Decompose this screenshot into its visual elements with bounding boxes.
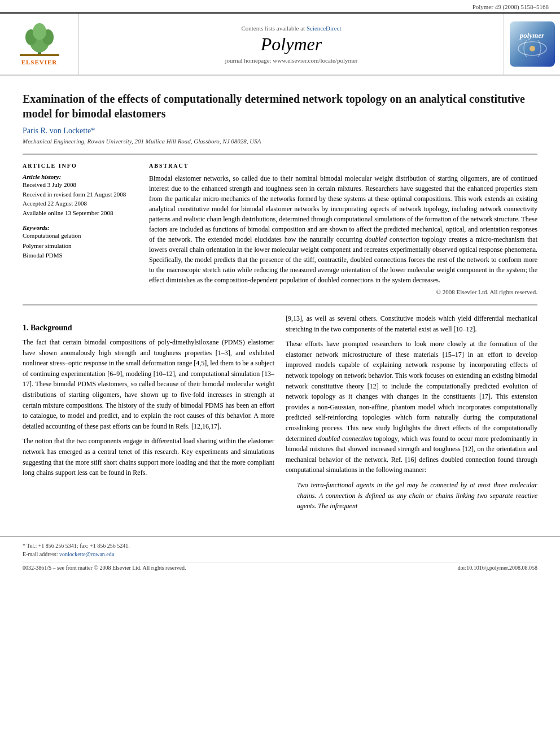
available-date: Available online 13 September 2008 [23, 208, 135, 218]
section1-para2: The notion that the two components engag… [23, 436, 274, 478]
section1-right-para2: These efforts have prompted researchers … [286, 339, 537, 475]
accepted-date: Accepted 22 August 2008 [23, 199, 135, 208]
email-link[interactable]: vonlockette@rowan.edu [59, 551, 115, 557]
section1-heading: 1. Background [23, 324, 274, 333]
footnote: * Tel.: +1 856 256 5341; fax: +1 856 256… [23, 541, 537, 550]
article-body: Examination of the effects of computatio… [0, 76, 560, 527]
polymer-badge-text: polymer [520, 31, 544, 40]
background-left: 1. Background The fact that certain bimo… [23, 313, 274, 516]
title-divider [23, 154, 537, 155]
footer-bottom: 0032-3861/$ – see front matter © 2008 El… [23, 562, 537, 571]
article-info-label: ARTICLE INFO [23, 163, 135, 169]
abstract-divider [23, 304, 537, 305]
journal-name-banner: Polymer [261, 34, 322, 55]
abstract-text: Bimodal elastomer networks, so called du… [149, 173, 537, 285]
abstract-col: ABSTRACT Bimodal elastomer networks, so … [149, 163, 537, 295]
background-section: 1. Background The fact that certain bimo… [23, 313, 537, 516]
abstract-label: ABSTRACT [149, 163, 537, 169]
article-title: Examination of the effects of computatio… [23, 91, 537, 121]
svg-point-4 [33, 23, 46, 40]
footer-doi: doi:10.1016/j.polymer.2008.08.058 [458, 565, 537, 571]
footer-issn: 0032-3861/$ – see front matter © 2008 El… [23, 565, 186, 571]
sciencedirect-line: Contents lists available at ScienceDirec… [241, 25, 341, 32]
journal-header: Polymer 49 (2008) 5158–5168 [0, 0, 560, 14]
author-name: Paris R. von Lockette* [23, 126, 537, 136]
page-footer: * Tel.: +1 856 256 5341; fax: +1 856 256… [0, 536, 560, 575]
article-history-section: Article history: Received 3 July 2008 Re… [23, 173, 135, 217]
polymer-badge-graphic [515, 40, 549, 57]
polymer-badge-area: polymer [504, 14, 560, 75]
journal-title-area: Contents lists available at ScienceDirec… [79, 14, 504, 75]
journal-homepage: journal homepage: www.elsevier.com/locat… [225, 57, 357, 64]
keyword-3: Bimodal PDMS [23, 251, 135, 261]
affiliation: Mechanical Engineering, Rowan University… [23, 138, 537, 145]
journal-reference: Polymer 49 (2008) 5158–5168 [473, 3, 549, 10]
sciencedirect-link[interactable]: ScienceDirect [307, 25, 342, 32]
elsevier-logo-area: ELSEVIER [0, 14, 79, 75]
history-label: Article history: [23, 173, 135, 180]
svg-rect-5 [20, 54, 59, 56]
article-page: Polymer 49 (2008) 5158–5168 ELSEVIER Con… [0, 0, 560, 747]
section1-para1: The fact that certain bimodal compositio… [23, 337, 274, 431]
received-date: Received 3 July 2008 [23, 180, 135, 190]
journal-banner: ELSEVIER Contents lists available at Sci… [0, 14, 560, 76]
polymer-badge: polymer [510, 21, 555, 67]
revised-date: Received in revised form 21 August 2008 [23, 190, 135, 199]
keyword-1: Computational gelation [23, 231, 135, 241]
italic-quote-block: Two tetra-functional agents in the gel m… [297, 480, 537, 512]
email-label: E-mail address: [23, 551, 58, 557]
sciencedirect-prefix: Contents lists available at [241, 25, 305, 32]
section1-right-para1: [9,13], as well as several others. Const… [286, 313, 537, 334]
email-footnote: E-mail address: vonlockette@rowan.edu [23, 550, 537, 558]
article-info-col: ARTICLE INFO Article history: Received 3… [23, 163, 135, 295]
elsevier-tree-icon [20, 23, 59, 57]
keyword-2: Polymer simulation [23, 241, 135, 251]
elsevier-logo: ELSEVIER [20, 23, 59, 65]
copyright-line: © 2008 Elsevier Ltd. All rights reserved… [149, 289, 537, 295]
background-right: [9,13], as well as several others. Const… [286, 313, 537, 516]
keywords-label: Keywords: [23, 224, 135, 231]
keywords-section: Keywords: Computational gelation Polymer… [23, 224, 135, 261]
elsevier-brand-text: ELSEVIER [21, 59, 58, 65]
svg-point-8 [530, 46, 535, 51]
article-info-abstract: ARTICLE INFO Article history: Received 3… [23, 163, 537, 295]
